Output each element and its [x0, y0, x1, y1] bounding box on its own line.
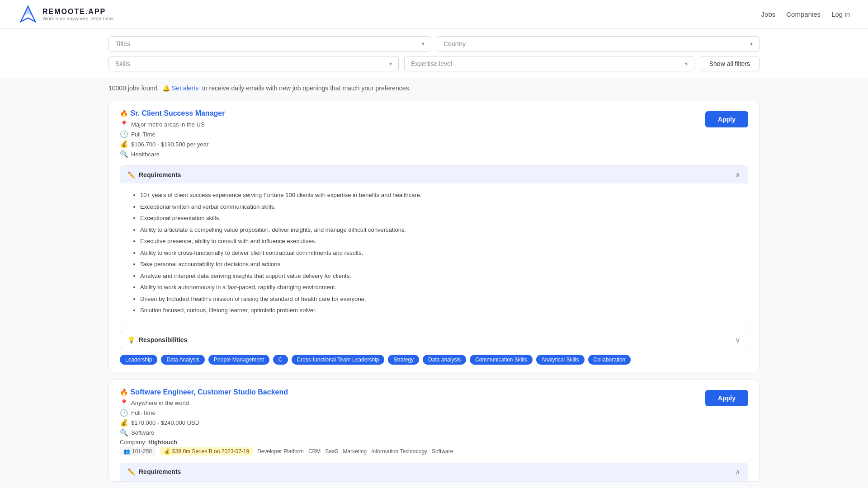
nav-jobs[interactable]: Jobs	[761, 10, 776, 18]
logo-area: REMOOTE.APP Work from anywhere. Start he…	[18, 5, 114, 24]
bulb-icon: 💡	[127, 336, 135, 343]
skills-filter[interactable]: Skills ▾	[108, 56, 399, 71]
industry-icon-2: 🔍	[120, 429, 128, 437]
job-company-2: Company: Hightouch	[120, 439, 705, 446]
skill-tag[interactable]: Communication Skills	[470, 355, 533, 365]
skill-tag[interactable]: Strategy	[388, 355, 419, 365]
job-meta-1: 📍 Major metro areas in the US 🕐 Full-Tim…	[120, 120, 705, 158]
skill-tag[interactable]: Cross-functional Team Leadership	[292, 355, 385, 365]
header: REMOOTE.APP Work from anywhere. Start he…	[0, 0, 868, 29]
req-item: Exceptional presentation skills.	[140, 214, 737, 223]
job-info-1: 🔥 Sr. Client Success Manager 📍 Major met…	[120, 109, 705, 158]
requirements-header-2[interactable]: ✏️ Requirements ∧	[120, 463, 748, 481]
tag-saas: SaaS	[325, 448, 338, 455]
nav-companies[interactable]: Companies	[786, 10, 821, 18]
titles-filter[interactable]: Titles ▾	[108, 36, 431, 52]
skill-tag[interactable]: Analytical Skills	[536, 355, 585, 365]
req-item: Driven by Included Health's mission of r…	[140, 295, 737, 304]
titles-chevron-icon: ▾	[422, 41, 425, 47]
job-info-2: 🔥 Software Engineer, Customer Studio Bac…	[120, 388, 705, 455]
location-icon: 📍	[120, 120, 128, 128]
skill-tag[interactable]: C	[273, 355, 288, 365]
job-industry-1: 🔍 Healthcare	[120, 150, 705, 158]
skills-placeholder: Skills	[115, 60, 130, 67]
job-card-2-header: 🔥 Software Engineer, Customer Studio Bac…	[109, 380, 759, 455]
job-card-1-header: 🔥 Sr. Client Success Manager 📍 Major met…	[109, 101, 759, 158]
req-item: Ability to articulate a compelling value…	[140, 225, 737, 235]
requirements-section-1: ✏️ Requirements ∧ 10+ years of client su…	[120, 165, 748, 325]
requirements-section-2: ✏️ Requirements ∧	[120, 463, 748, 481]
req-item: Solution focused, curious, lifelong lear…	[140, 306, 737, 315]
alert-suffix: to receive daily emails with new job ope…	[202, 84, 410, 92]
results-found-text: jobs found.	[128, 84, 159, 92]
responsibilities-title-1: 💡 Responsibilities	[127, 336, 187, 343]
filters-row2: Skills ▾ Expertise level ▾ Show all filt…	[108, 56, 760, 71]
job-title-2[interactable]: 🔥 Software Engineer, Customer Studio Bac…	[120, 388, 705, 396]
clock-icon-2: 🕐	[120, 409, 128, 417]
tag-marketing: Marketing	[343, 448, 367, 455]
results-count: 10000	[108, 84, 126, 92]
skill-tag[interactable]: People Management	[208, 355, 269, 365]
pencil-icon: ✏️	[127, 171, 135, 178]
company-info-row-2: 👥 101-250 💰 $38.0m Series B on 2023-07-1…	[120, 447, 705, 455]
funding-icon: 💰	[164, 448, 170, 455]
skill-tag[interactable]: Leadership	[120, 355, 157, 365]
req-item: Analyze and interpret data deriving insi…	[140, 272, 737, 281]
job-meta-2: 📍 Anywhere in the world 🕐 Full-Time 💰 $1…	[120, 399, 705, 446]
logo-name: REMOOTE.APP	[42, 8, 114, 16]
req-item: Take personal accountability for decisio…	[140, 260, 737, 269]
job-salary-2: 💰 $170,000 - $240,000 USD	[120, 419, 705, 427]
skill-tag[interactable]: Collaboration	[588, 355, 631, 365]
expertise-chevron-icon: ▾	[685, 61, 688, 67]
job-salary-1: 💰 $106,700 - $190,500 per year	[120, 140, 705, 148]
fire-icon-2: 🔥	[120, 388, 128, 396]
skills-row-1: Leadership Data Analysis People Manageme…	[109, 349, 759, 372]
job-type-1: 🕐 Full-Time	[120, 130, 705, 138]
fire-icon: 🔥	[120, 109, 128, 117]
company-label: Company: Hightouch	[120, 439, 177, 446]
job-type-2: 🕐 Full-Time	[120, 409, 705, 417]
country-chevron-icon: ▾	[750, 41, 753, 47]
collapse-requirements-icon[interactable]: ∧	[735, 170, 741, 179]
tag-crm: CRM	[308, 448, 321, 455]
req-item: 10+ years of client success experience s…	[140, 191, 737, 200]
expertise-filter[interactable]: Expertise level ▾	[404, 56, 694, 71]
company-size-badge: 👥 101-250	[120, 447, 156, 455]
country-filter[interactable]: Country ▾	[437, 36, 760, 52]
job-card-2: 🔥 Software Engineer, Customer Studio Bac…	[108, 380, 760, 482]
expand-responsibilities-icon[interactable]: ∨	[735, 336, 741, 344]
skills-chevron-icon: ▾	[389, 61, 392, 67]
nav-login[interactable]: Log in	[831, 10, 850, 18]
skill-tag[interactable]: Data Analysis	[161, 355, 205, 365]
tag-software: Software	[432, 448, 453, 455]
tag-developer-platform: Developer Platform	[257, 448, 304, 455]
apply-button-1[interactable]: Apply	[705, 111, 748, 127]
skill-tag[interactable]: Data analysis	[423, 355, 466, 365]
set-alerts-link[interactable]: Set alerts	[172, 84, 198, 92]
logo-icon	[18, 5, 38, 24]
job-location-2: 📍 Anywhere in the world	[120, 399, 705, 407]
show-filters-button[interactable]: Show all filters	[700, 56, 760, 71]
money-icon-2: 💰	[120, 419, 128, 427]
results-bar: 10000 jobs found. 🔔 Set alerts to receiv…	[0, 79, 868, 97]
svg-marker-1	[24, 6, 33, 16]
funding-badge: 💰 $38.0m Series B on 2023-07-19	[160, 447, 253, 455]
filters-row1: Titles ▾ Country ▾	[108, 36, 760, 52]
req-item: Ability to work cross-functionally to de…	[140, 249, 737, 258]
responsibilities-section-1: 💡 Responsibilities ∨	[120, 331, 748, 349]
requirements-list-1: 10+ years of client success experience s…	[131, 191, 737, 315]
collapse-requirements-icon-2[interactable]: ∧	[735, 468, 741, 476]
req-item: Exceptional written and verbal communica…	[140, 202, 737, 211]
job-title-1[interactable]: 🔥 Sr. Client Success Manager	[120, 109, 705, 117]
logo-text: REMOOTE.APP Work from anywhere. Start he…	[42, 8, 114, 21]
responsibilities-header-1[interactable]: 💡 Responsibilities ∨	[120, 331, 748, 349]
main-content: 🔥 Sr. Client Success Manager 📍 Major met…	[0, 97, 868, 488]
requirements-title-1: ✏️ Requirements	[127, 171, 181, 178]
requirements-header-1[interactable]: ✏️ Requirements ∧	[120, 166, 748, 183]
job-card-1: 🔥 Sr. Client Success Manager 📍 Major met…	[108, 101, 760, 372]
req-item: Executive presence, ability to consult w…	[140, 237, 737, 246]
titles-placeholder: Titles	[115, 40, 130, 47]
apply-button-2[interactable]: Apply	[705, 390, 748, 406]
clock-icon: 🕐	[120, 130, 128, 138]
nav-links: Jobs Companies Log in	[761, 10, 850, 18]
